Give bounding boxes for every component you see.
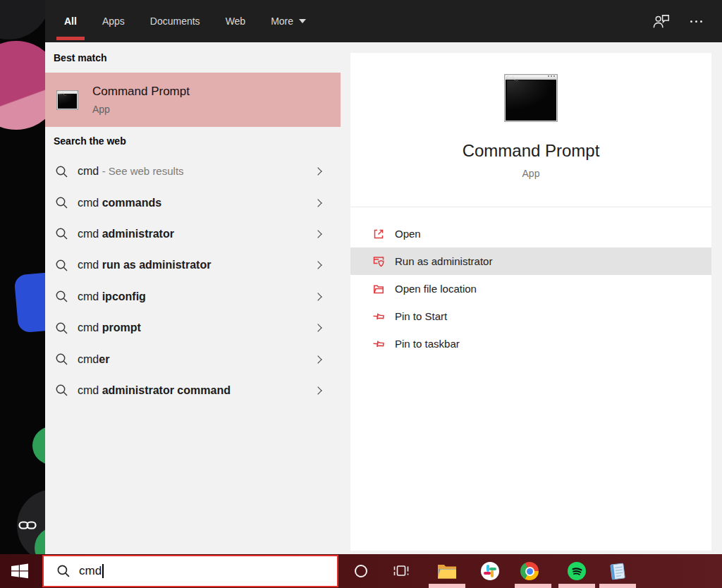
suggestion-row[interactable]: cmd run as administrator [45, 250, 341, 281]
suggestion-text: cmd - See web results [78, 165, 184, 178]
tab-documents[interactable]: Documents [149, 14, 201, 28]
running-app-indicator [429, 584, 465, 588]
running-app-indicator [599, 584, 636, 588]
action-label: Open file location [395, 283, 477, 295]
ellipsis-icon[interactable] [689, 18, 704, 25]
suggestion-row[interactable]: cmd administrator command [45, 375, 341, 406]
search-icon [55, 227, 68, 240]
tab-apps[interactable]: Apps [102, 14, 126, 28]
running-app-indicator [558, 584, 595, 588]
preview-title: Command Prompt [350, 141, 711, 161]
suggestion-row[interactable]: cmd ipconfig [45, 281, 341, 312]
tab-web[interactable]: Web [225, 14, 247, 28]
suggestion-row[interactable]: cmder [45, 343, 341, 374]
suggestion-text: cmd prompt [78, 321, 141, 334]
windows-logo-icon [11, 563, 29, 580]
chevron-right-icon [314, 168, 322, 176]
suggestion-text: cmd run as administrator [78, 259, 211, 271]
search-icon [55, 259, 68, 272]
file-explorer-icon[interactable] [437, 561, 457, 581]
action-label: Pin to taskbar [395, 338, 460, 350]
suggestion-row[interactable]: cmd administrator [45, 219, 341, 250]
best-match-title: Command Prompt [92, 85, 190, 99]
action-open[interactable]: Open [350, 220, 711, 247]
suggestion-row[interactable]: cmd - See web results [45, 156, 341, 187]
preview-type: App [350, 168, 711, 179]
action-run-as-administrator[interactable]: Run as administrator [350, 247, 711, 275]
chevron-right-icon [314, 199, 322, 207]
suggestion-text: cmder [78, 353, 109, 366]
suggestion-row[interactable]: cmd prompt [45, 312, 341, 343]
context-actions: Open Run as administrator Open file [350, 220, 711, 357]
task-view-icon[interactable] [391, 561, 411, 581]
search-web-header: Search the web [54, 135, 126, 147]
pin-icon [372, 310, 385, 323]
suggestion-text: cmd administrator command [78, 384, 231, 397]
slack-icon[interactable] [480, 561, 500, 581]
cortana-icon[interactable] [351, 561, 371, 581]
action-open-file-location[interactable]: Open file location [350, 275, 711, 302]
taskbar-search-input[interactable]: cmd [42, 555, 338, 587]
green-circle-shape [32, 427, 45, 465]
topbar-actions [652, 13, 722, 30]
search-icon [55, 384, 68, 397]
start-button[interactable] [10, 561, 30, 581]
search-icon [55, 165, 68, 178]
search-icon [55, 290, 68, 303]
chain-link-icon [18, 519, 37, 532]
chevron-right-icon [314, 293, 322, 300]
windows-search-screen: All Apps Documents Web More Best match [0, 0, 722, 588]
divider [350, 207, 711, 207]
folder-icon [372, 283, 385, 295]
chevron-right-icon [314, 355, 322, 363]
chevron-down-icon [299, 19, 306, 23]
chrome-icon[interactable] [520, 561, 539, 581]
suggestion-row[interactable]: cmd commands [45, 187, 341, 218]
filter-tabs: All Apps Documents Web More [45, 14, 307, 28]
best-match-result[interactable]: C:\_ Command Prompt App [45, 73, 341, 127]
action-label: Open [395, 228, 421, 240]
preview-panel: C:\_ Command Prompt App Open [350, 53, 711, 551]
action-label: Run as administrator [395, 255, 492, 267]
spotify-icon[interactable] [567, 561, 587, 581]
chevron-right-icon [314, 386, 322, 394]
best-match-header: Best match [54, 52, 106, 63]
window-control-dots [548, 75, 555, 77]
action-pin-to-taskbar[interactable]: Pin to taskbar [350, 330, 711, 357]
open-icon [372, 228, 385, 240]
suggestion-text: cmd commands [78, 197, 161, 209]
web-suggestions-list: cmd - See web results cmd commands cmd a… [45, 156, 341, 406]
pink-circle-shape [0, 41, 45, 130]
search-icon [55, 353, 68, 366]
command-prompt-icon: C:\_ [56, 90, 78, 110]
text-cursor [102, 564, 104, 578]
suggestion-text: cmd administrator [78, 228, 174, 240]
chevron-right-icon [314, 324, 322, 331]
taskbar: cmd [0, 554, 722, 588]
running-app-indicator [515, 584, 551, 588]
desktop-wallpaper [0, 0, 45, 588]
search-icon [55, 196, 68, 209]
notepad-icon[interactable] [608, 561, 628, 581]
search-icon [56, 564, 71, 578]
search-input-value: cmd [79, 564, 102, 578]
suggestion-text: cmd ipconfig [78, 290, 146, 303]
search-icon [55, 321, 68, 335]
dark-circle-shape [0, 0, 45, 39]
best-match-text: Command Prompt App [92, 85, 190, 115]
action-pin-to-start[interactable]: Pin to Start [350, 302, 711, 330]
account-feedback-icon[interactable] [652, 13, 671, 30]
tab-more[interactable]: More [270, 14, 307, 28]
action-label: Pin to Start [395, 310, 447, 322]
best-match-type: App [92, 104, 190, 115]
tab-all[interactable]: All [63, 14, 78, 28]
shield-window-icon [372, 255, 385, 268]
chevron-right-icon [314, 230, 322, 238]
pin-icon [372, 338, 385, 350]
command-prompt-icon: C:\_ [504, 74, 558, 122]
search-results-panel: Best match C:\_ Command Prompt App Searc… [45, 42, 722, 554]
chevron-right-icon [314, 262, 322, 269]
tab-more-label: More [271, 16, 293, 27]
blue-square-shape [14, 272, 45, 333]
search-filter-bar: All Apps Documents Web More [45, 0, 722, 42]
